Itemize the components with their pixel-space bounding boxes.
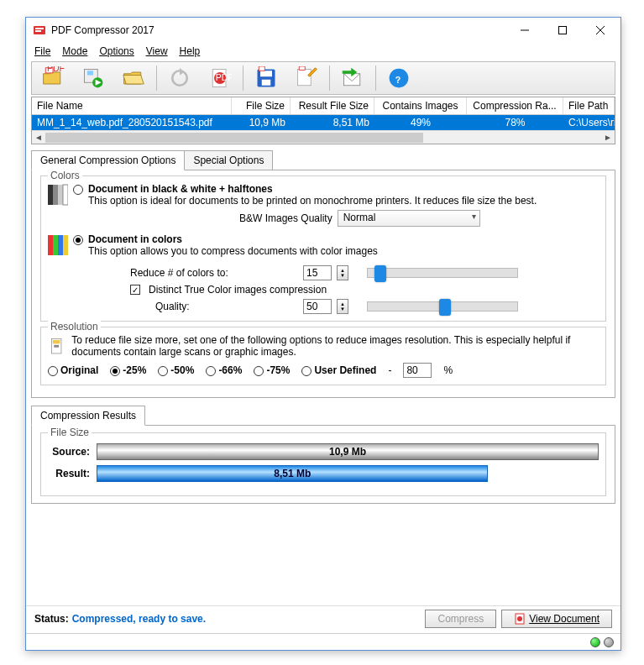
results-panel: File Size Source: 10,9 Mb Result: 8,51 M… — [31, 425, 615, 504]
compress-icon — [48, 334, 65, 359]
col-filename[interactable]: File Name — [32, 97, 232, 114]
menu-view[interactable]: View — [141, 45, 173, 58]
tab-general[interactable]: General Compression Options — [31, 150, 185, 170]
help-button[interactable]: ? — [380, 64, 418, 92]
reduce-slider[interactable] — [367, 268, 518, 278]
statusbar — [26, 633, 620, 650]
status-label: Status: — [34, 613, 69, 625]
bw-icon — [48, 183, 68, 207]
bottom-bar: Status: Compressed, ready to save. Compr… — [26, 605, 620, 631]
menu-mode[interactable]: Mode — [57, 45, 92, 58]
menu-options[interactable]: Options — [94, 45, 139, 58]
svg-point-35 — [517, 616, 522, 621]
color-radio[interactable] — [73, 235, 83, 245]
file-grid: File Name File Size Result File Size Con… — [31, 97, 615, 144]
maximize-button[interactable] — [543, 18, 581, 42]
distinct-label: Distinct True Color images compression — [149, 284, 327, 296]
svg-text:?: ? — [395, 75, 401, 85]
pdf-icon — [514, 613, 526, 625]
svg-rect-24 — [48, 185, 53, 205]
send-button[interactable] — [333, 64, 372, 92]
refresh-button[interactable] — [160, 64, 199, 92]
res-original-radio[interactable] — [48, 366, 58, 376]
res-25-radio[interactable] — [110, 366, 120, 376]
col-resultsize[interactable]: Result File Size — [291, 97, 374, 114]
bw-quality-select[interactable]: Normal — [338, 210, 480, 227]
svg-text:PDF: PDF — [216, 72, 232, 82]
reduce-colors-input[interactable] — [303, 265, 332, 280]
compress-run-button[interactable] — [74, 64, 113, 92]
menubar: File Mode Options View Help — [26, 43, 620, 60]
reduce-spinner[interactable]: ▲▼ — [337, 265, 348, 280]
res-user-radio[interactable] — [301, 366, 312, 376]
svg-rect-27 — [63, 185, 68, 205]
distinct-checkbox[interactable]: ✓ — [130, 285, 140, 295]
colors-fieldset: Colors Document in black & white + halft… — [40, 175, 606, 322]
col-path[interactable]: File Path — [563, 97, 615, 114]
open-file-button[interactable]: PDF — [34, 64, 72, 92]
bw-radio[interactable] — [73, 185, 83, 195]
titlebar[interactable]: PDF Compressor 2017 — [26, 18, 620, 43]
svg-rect-25 — [53, 185, 58, 205]
res-50-radio[interactable] — [158, 366, 168, 376]
bw-desc: This option is ideal for documents to be… — [88, 195, 537, 207]
minimize-button[interactable] — [505, 18, 543, 42]
quality-label: Quality: — [155, 301, 298, 312]
svg-rect-20 — [299, 66, 305, 70]
open-folder-button[interactable] — [114, 64, 153, 92]
pdf-button[interactable]: PDF — [201, 64, 239, 92]
svg-rect-29 — [53, 235, 58, 255]
svg-rect-31 — [63, 235, 68, 255]
tab-special[interactable]: Special Options — [185, 150, 273, 170]
horizontal-scrollbar[interactable]: ◄ ► — [32, 130, 615, 144]
status-led-grey — [604, 637, 614, 647]
result-label: Result: — [48, 468, 90, 479]
toolbar: PDF PDF ? — [31, 61, 615, 95]
app-icon — [33, 24, 46, 37]
source-bar: 10,9 Mb — [97, 443, 599, 460]
menu-help[interactable]: Help — [175, 45, 206, 58]
resolution-fieldset: Resolution To reduce file size more, set… — [40, 327, 606, 385]
svg-rect-30 — [58, 235, 63, 255]
view-document-button[interactable]: View Document — [501, 610, 612, 628]
general-panel: Colors Document in black & white + halft… — [31, 170, 615, 398]
col-ratio[interactable]: Compression Ra... — [467, 97, 563, 114]
res-66-radio[interactable] — [206, 366, 216, 376]
svg-rect-26 — [58, 185, 63, 205]
color-icon — [48, 233, 68, 257]
svg-rect-2 — [35, 30, 41, 32]
res-75-radio[interactable] — [254, 366, 264, 376]
results-tabs: Compression Results — [31, 405, 615, 425]
quality-slider[interactable] — [367, 301, 518, 312]
result-bar: 8,51 Mb — [97, 465, 488, 482]
res-user-input[interactable] — [403, 363, 432, 378]
bw-quality-label: B&W Images Quality — [239, 212, 332, 224]
close-button[interactable] — [581, 18, 619, 42]
quality-input[interactable] — [303, 299, 332, 314]
grid-header: File Name File Size Result File Size Con… — [32, 97, 615, 115]
compress-button[interactable]: Compress — [425, 610, 496, 628]
col-filesize[interactable]: File Size — [232, 97, 291, 114]
table-row[interactable]: MM_1_14_web.pdf_280520151543.pdf 10,9 Mb… — [32, 115, 615, 130]
resolution-legend: Resolution — [48, 321, 101, 332]
reduce-colors-label: Reduce # of colors to: — [130, 267, 298, 279]
window-buttons — [505, 18, 619, 42]
svg-rect-4 — [558, 27, 566, 34]
svg-rect-33 — [53, 340, 60, 343]
app-window: PDF Compressor 2017 File Mode Options Vi… — [25, 17, 621, 651]
col-images[interactable]: Contains Images — [374, 97, 467, 114]
svg-rect-17 — [262, 80, 271, 86]
color-desc: This option allows you to compress docum… — [88, 245, 599, 257]
quality-spinner[interactable]: ▲▼ — [337, 299, 348, 314]
resolution-desc: To reduce file size more, set one of the… — [71, 334, 599, 358]
tab-results[interactable]: Compression Results — [31, 406, 145, 426]
edit-button[interactable] — [287, 64, 326, 92]
menu-file[interactable]: File — [29, 45, 55, 58]
status-value: Compressed, ready to save. — [72, 613, 206, 625]
bw-title: Document in black & white + halftones — [88, 183, 537, 195]
svg-text:PDF: PDF — [47, 66, 65, 73]
svg-rect-1 — [35, 28, 44, 29]
filesize-legend: File Size — [48, 427, 92, 438]
save-button[interactable] — [247, 64, 285, 92]
svg-rect-28 — [48, 235, 53, 255]
